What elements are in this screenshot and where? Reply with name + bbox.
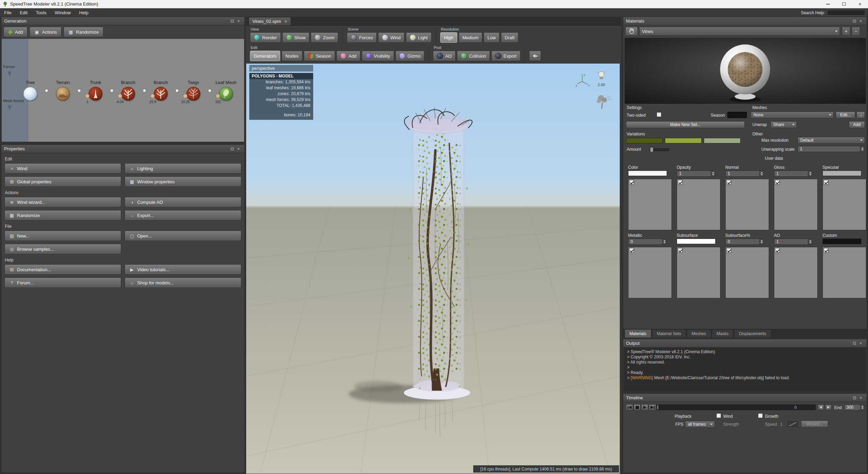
close-panel-icon[interactable]: × xyxy=(858,19,864,24)
playhead[interactable] xyxy=(657,405,658,409)
tab-displacements[interactable]: Displacements xyxy=(734,329,771,338)
menu-window[interactable]: Window xyxy=(51,9,75,17)
node-graph-canvas[interactable]: Forces Mesh forces Tree Terrain Trunk xyxy=(2,39,244,142)
fps-select[interactable]: all frames xyxy=(685,421,715,428)
subsurface-pct-map-thumbnail[interactable] xyxy=(725,247,769,298)
add-material-button[interactable]: + xyxy=(842,27,850,36)
color-enabled-checkbox[interactable] xyxy=(629,180,634,185)
float-panel-icon[interactable]: ⊡ xyxy=(851,341,858,346)
node-port[interactable] xyxy=(208,89,211,92)
menu-file[interactable]: File xyxy=(0,9,16,17)
wind-widget[interactable] xyxy=(595,93,613,111)
step-back-button[interactable] xyxy=(818,405,824,410)
go-to-start-button[interactable] xyxy=(626,404,633,410)
ao-enabled-checkbox[interactable] xyxy=(775,248,780,253)
close-button[interactable]: × xyxy=(852,0,868,8)
resolution-high-button[interactable]: High xyxy=(440,32,457,43)
compute-ao-button[interactable]: ◑Compute AO xyxy=(125,197,241,207)
subsurface-swatch[interactable] xyxy=(677,239,716,244)
back-button[interactable] xyxy=(529,51,541,61)
node-anchor-dot[interactable] xyxy=(216,94,220,98)
end-frame-spinner[interactable]: 300 xyxy=(844,404,865,410)
tab-masks[interactable]: Masks xyxy=(712,329,734,338)
max-resolution-select[interactable]: Default xyxy=(798,137,865,144)
tab-vines-02[interactable]: Vines_02.spm × xyxy=(249,17,291,25)
nodes-button[interactable]: Nodes xyxy=(282,51,302,61)
gloss-spinner[interactable]: 1 xyxy=(774,171,813,177)
float-panel-icon[interactable]: ⊡ xyxy=(229,19,235,24)
branch-node-icon[interactable] xyxy=(121,87,135,101)
collision-button[interactable]: Collision xyxy=(457,51,490,61)
add-generator-button[interactable]: Add xyxy=(3,27,27,37)
tab-close-icon[interactable]: × xyxy=(284,19,287,24)
light-button[interactable]: Light xyxy=(406,32,432,43)
zoom-button[interactable]: Zoom xyxy=(311,32,338,43)
go-to-end-button[interactable] xyxy=(649,404,656,410)
specular-enabled-checkbox[interactable] xyxy=(824,180,828,185)
timeline-scrubber[interactable]: 0 xyxy=(657,405,816,410)
variation-swatch-1[interactable] xyxy=(626,138,663,143)
add-button[interactable]: Add xyxy=(336,51,360,61)
subsurface-enabled-checkbox[interactable] xyxy=(678,248,683,253)
resolution-medium-button[interactable]: Medium xyxy=(459,32,482,43)
light-widget[interactable]: 2.00 xyxy=(595,70,607,87)
user-data-label[interactable]: User data xyxy=(765,156,783,161)
color-map-thumbnail[interactable] xyxy=(628,179,672,230)
meshes-select[interactable]: None xyxy=(751,111,834,118)
unwrap-select[interactable]: Share xyxy=(770,121,797,128)
actions-button[interactable]: ▣Actions xyxy=(30,27,61,37)
growth-curve-widget[interactable] xyxy=(788,421,798,427)
visibility-button[interactable]: Visibility xyxy=(362,51,394,61)
output-console[interactable]: > SpeedTree® Modeler v8.2.1 (Cinema Edit… xyxy=(624,348,866,392)
node-anchor-dot[interactable] xyxy=(183,94,187,98)
play-button[interactable] xyxy=(641,404,648,410)
season-button[interactable]: Season xyxy=(304,51,335,61)
window-properties-button[interactable]: ▦Window properties xyxy=(125,176,241,187)
normal-enabled-checkbox[interactable] xyxy=(726,180,731,185)
menu-edit[interactable]: Edit xyxy=(16,9,32,17)
remove-material-button[interactable]: − xyxy=(852,27,860,36)
close-panel-icon[interactable]: × xyxy=(235,19,242,24)
gizmo-button[interactable]: Gizmo xyxy=(395,51,425,61)
stop-button[interactable] xyxy=(634,404,641,410)
node-tree[interactable]: Tree xyxy=(16,80,44,101)
tab-materials[interactable]: Materials xyxy=(625,329,651,338)
two-sided-checkbox[interactable] xyxy=(657,112,661,117)
wind-button[interactable]: Wind xyxy=(378,32,404,43)
custom-map-thumbnail[interactable] xyxy=(823,247,866,298)
close-panel-icon[interactable]: × xyxy=(235,147,242,151)
node-port[interactable] xyxy=(77,89,81,92)
normal-map-thumbnail[interactable] xyxy=(725,179,769,230)
documentation-button[interactable]: ⊞Documentation... xyxy=(5,264,121,275)
video-tutorials-button[interactable]: ▶Video tutorials... xyxy=(125,264,241,275)
render-button[interactable]: Render xyxy=(250,32,281,43)
forces-button[interactable]: Forces xyxy=(347,32,377,43)
custom-enabled-checkbox[interactable] xyxy=(824,248,828,253)
float-panel-icon[interactable]: ⊡ xyxy=(851,396,858,400)
menu-tools[interactable]: Tools xyxy=(32,9,50,17)
float-panel-icon[interactable]: ⊡ xyxy=(229,147,235,151)
tab-meshes[interactable]: Meshes xyxy=(687,329,711,338)
color-swatch[interactable] xyxy=(628,171,667,176)
material-select[interactable]: Vines xyxy=(639,27,840,36)
node-anchor-dot[interactable] xyxy=(118,94,122,98)
step-forward-button[interactable] xyxy=(825,405,832,410)
search-help-input[interactable] xyxy=(827,10,865,16)
tab-material-sets[interactable]: Material Sets xyxy=(652,329,686,338)
mesh-forces-icon[interactable] xyxy=(7,104,13,111)
leaf-mesh-node-icon[interactable] xyxy=(219,87,233,101)
terrain-node-icon[interactable] xyxy=(56,87,70,101)
specular-map-thumbnail[interactable] xyxy=(823,179,866,230)
forum-button[interactable]: ?Forum... xyxy=(5,277,121,288)
node-terrain[interactable]: Terrain xyxy=(49,80,77,101)
mesh-add-button[interactable]: Add xyxy=(849,121,865,128)
ao-map-thumbnail[interactable] xyxy=(774,247,818,298)
global-properties-button[interactable]: ⊞Global properties xyxy=(5,176,121,187)
subsurface-map-thumbnail[interactable] xyxy=(677,247,720,298)
wind-wizard-button[interactable]: ≋Wind wizard... xyxy=(5,197,121,207)
metallic-spinner[interactable]: 0 xyxy=(628,239,667,245)
maximize-button[interactable] xyxy=(836,0,852,8)
randomize-button[interactable]: ▦Randomize xyxy=(5,210,121,221)
subsurface-pct-enabled-checkbox[interactable] xyxy=(726,248,731,253)
shop-button[interactable]: ⌂Shop for models... xyxy=(125,277,241,288)
